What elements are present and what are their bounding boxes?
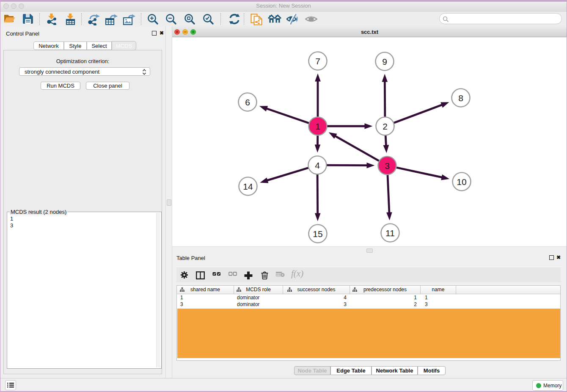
svg-text:8: 8 (458, 93, 463, 103)
svg-text:15: 15 (313, 229, 322, 239)
svg-text:11: 11 (385, 228, 395, 238)
svg-text:4: 4 (315, 160, 320, 170)
svg-text:10: 10 (457, 177, 466, 187)
svg-text:1: 1 (315, 121, 320, 131)
svg-text:14: 14 (243, 182, 253, 191)
svg-text:2: 2 (383, 121, 388, 131)
svg-text:7: 7 (315, 56, 320, 66)
svg-text:9: 9 (382, 57, 387, 66)
svg-text:6: 6 (245, 97, 250, 107)
svg-text:3: 3 (385, 161, 390, 171)
